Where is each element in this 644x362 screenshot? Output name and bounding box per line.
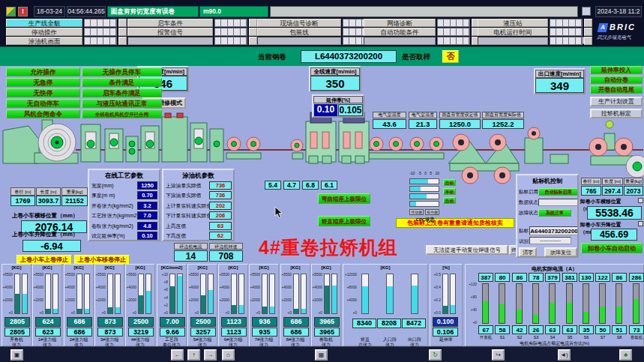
status-right-4[interactable]: 全线电机风机空开已合闸	[82, 109, 162, 118]
tension-gauge-0-actual: 2805	[4, 328, 30, 337]
exit-car-auto-start-button[interactable]: 卸卷小车自动启动	[581, 243, 643, 253]
coil-banner: 当前钢卷 L6440373200200 是否取样 否	[0, 46, 644, 66]
nav-forward-icon[interactable]: →	[204, 349, 217, 361]
menu-slot	[257, 37, 341, 45]
menu-button[interactable]: 包装线	[257, 28, 341, 36]
menu-mini-button[interactable]	[249, 28, 257, 36]
status-left-0[interactable]: 允许操作	[6, 67, 80, 76]
indicator-cell	[569, 19, 575, 26]
menu-mini-button[interactable]	[584, 28, 592, 36]
elongation-setpoint[interactable]: 0.10	[314, 104, 337, 116]
line-speed-panel: 全线速度[m/min] 350	[309, 66, 361, 92]
eco-icon[interactable]: ♣	[619, 349, 632, 361]
exit-car-lift-indicator[interactable]	[638, 221, 643, 226]
indicator-cell	[444, 19, 450, 26]
tension-gauge-8: [KG]+5500+4000+2000+09369357#张力辊 张力	[249, 264, 279, 346]
status-right-3[interactable]: 与液压站通讯正常	[82, 99, 162, 108]
refresh-icon[interactable]: ↻	[429, 349, 442, 361]
tension-gauge-4: [KG]+5500+4000+2000+0250032194#张力辊 张力	[125, 264, 155, 346]
mode-button-0[interactable]: 延伸率投入	[590, 66, 643, 74]
mode-button-2[interactable]: 开卷自动甩尾	[590, 85, 643, 94]
leveler-roll-value-0: 5.4	[265, 181, 281, 190]
menu-mini-button[interactable]	[249, 37, 257, 45]
status-right-0[interactable]: 无操作员停车	[82, 67, 162, 76]
menu-button[interactable]: 液压站	[478, 19, 548, 27]
menu-mini-button[interactable]	[584, 19, 592, 27]
status-left-3[interactable]: 无自动停车	[6, 99, 80, 108]
tension-gauge-6-set: 2500	[190, 317, 216, 327]
indicator-cell	[556, 28, 562, 35]
jump-icon[interactable]: ↪	[492, 349, 505, 361]
nav-back-icon[interactable]: ←	[171, 349, 184, 361]
status-right-2[interactable]: 启车条件满足	[82, 88, 162, 97]
indicator-cell	[228, 19, 234, 26]
motor-percent-7: 50	[595, 325, 610, 334]
menu-button[interactable]: 电机运行时间	[478, 28, 548, 36]
indicator-cell	[444, 37, 450, 44]
exit-speed-panel: 出口速度[m/min] 349	[534, 68, 586, 94]
status-right-1[interactable]: 条件满足	[82, 78, 162, 87]
tension-gauge-8-actual: 935	[252, 328, 277, 337]
menu-mini-button[interactable]	[118, 19, 127, 27]
cpc-mode-button-2[interactable]: 自动	[443, 197, 456, 204]
nav-up-icon[interactable]: ↑	[187, 349, 200, 361]
cpc-panel: -10-50510自动手动自动传动侧操作侧CPC状态	[408, 169, 457, 229]
labeler-enable-status[interactable]: 自动贴标启用	[538, 188, 578, 196]
menu-mini-button[interactable]	[118, 37, 127, 45]
tray-icon[interactable]	[582, 7, 591, 16]
menu-button[interactable]: 网络诊断	[364, 19, 436, 27]
menu-mini-button[interactable]	[249, 19, 257, 27]
status-left-2[interactable]: 无快停	[6, 88, 80, 97]
menu-button[interactable]: 自动功能条件	[364, 28, 436, 36]
oiler-param-table-value-1: 736	[209, 191, 232, 199]
process-param-table-row-2: 开卷张力(kg/mm2)3.2	[89, 201, 159, 211]
exit-car-traverse-indicator[interactable]	[638, 198, 643, 203]
tension-gauge-2: [KG]+5500+4000+2000+06866862#张力辊 张力	[64, 264, 94, 346]
tension-gauge-10-set: 3965	[314, 317, 340, 327]
info-label-0: 电气室温度	[373, 112, 406, 118]
sample-label: 是否取样	[402, 52, 439, 61]
oiler-param-table-value-2: 202	[209, 202, 232, 210]
straight-roll-limit-button[interactable]: 矫直辊座上极限位	[318, 216, 370, 226]
menu-button[interactable]: 生产线全貌	[6, 19, 82, 27]
tension-gauge-9: [KG]+5500+4000+2000+06866868#张力辊 张力	[280, 264, 310, 346]
menu-mini-button[interactable]	[584, 37, 592, 45]
mode-button-1[interactable]: 自动分卷	[590, 76, 643, 84]
elongation-label: 延伸率[%]	[313, 96, 363, 103]
status-left-4[interactable]: 风机合闸命令	[6, 109, 80, 118]
cpc-mode-button-0[interactable]: 自动	[443, 179, 456, 186]
bend-roll-limit-button[interactable]: 弯曲辊座上极限位	[318, 193, 370, 204]
home-icon[interactable]: ⌂	[222, 349, 235, 361]
menu-indicator-cells	[550, 19, 583, 27]
menu-button[interactable]: 启车条件	[127, 19, 213, 27]
indicator-cell	[349, 37, 355, 44]
indicator-cell	[91, 28, 97, 35]
tension-gauge-6-actual: 3257	[190, 328, 216, 337]
menu-button[interactable]: 停动操作	[6, 28, 82, 36]
weld-seam-reset-button[interactable]: 无法提速手动复位焊缝信号	[426, 245, 508, 255]
labeler-clear-button[interactable]: 清零	[519, 247, 537, 257]
window-switch-icon[interactable]: ▦	[315, 349, 328, 361]
labeler-fault-reset-button[interactable]: 故障复位	[544, 247, 577, 257]
sample-value[interactable]: 否	[442, 50, 459, 63]
system-date: 18-03-24	[34, 6, 65, 17]
oiler-param-table-row-1: 下涂油量实际值736	[163, 190, 233, 200]
setup-button-1[interactable]: 拉矫机标定	[590, 109, 643, 118]
oiler-param-table-value-0: 736	[209, 181, 232, 190]
info-label-1: 电气室温度	[409, 112, 437, 118]
menu-button[interactable]: 涂油机画面	[6, 37, 82, 45]
alarm-icon: !	[18, 7, 28, 16]
system-menu-icon[interactable]: ▣	[10, 349, 23, 361]
oiler-param-table-row-0: 上涂油量实际值736	[163, 181, 233, 190]
status-left-1[interactable]: 无急停	[6, 78, 80, 87]
menu-button[interactable]: 现场信号诊断	[257, 19, 341, 27]
menu-mini-button[interactable]	[118, 28, 127, 36]
cpc-mode-button-1[interactable]: 手动	[443, 188, 456, 195]
speaker-icon[interactable]: ◄)	[558, 349, 571, 361]
cpc-side-label-1: 操作侧	[425, 209, 439, 215]
labeler-data-value	[538, 199, 578, 206]
alarm-spacer	[270, 6, 578, 17]
setup-button-0[interactable]: 生产计划设置	[590, 97, 643, 106]
menu-button[interactable]: 报警信号	[127, 28, 213, 36]
menu-indicator-cells	[84, 37, 117, 45]
